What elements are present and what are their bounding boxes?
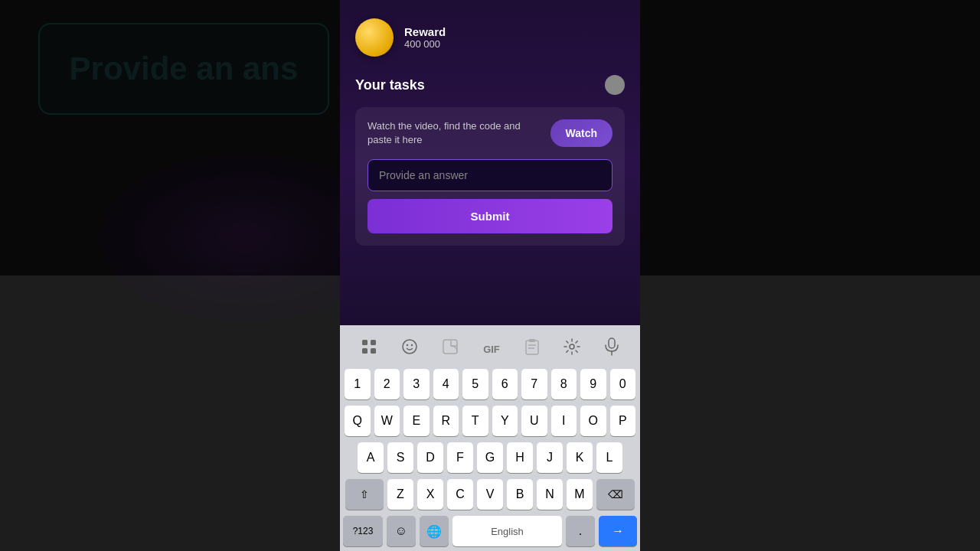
reward-info: Reward 400 000 [404, 25, 446, 50]
kb-sticker-button[interactable] [436, 335, 465, 362]
key-2[interactable]: 2 [374, 369, 400, 399]
keyboard-toolbar: GIF [343, 330, 637, 369]
task-row: Watch the video, find the code and paste… [368, 119, 612, 147]
grid-icon [361, 339, 377, 354]
period-key[interactable]: . [566, 516, 595, 546]
gif-label: GIF [483, 344, 500, 355]
globe-key[interactable]: 🌐 [420, 516, 449, 546]
key-e[interactable]: E [403, 406, 430, 436]
key-k[interactable]: K [567, 442, 593, 473]
kb-asdf-row: A S D F G H J K L [345, 442, 635, 473]
svg-rect-2 [362, 348, 368, 354]
shift-key[interactable]: ⇧ [345, 479, 384, 510]
key-t[interactable]: T [462, 406, 488, 436]
key-c[interactable]: C [447, 479, 473, 510]
enter-key[interactable]: → [599, 516, 637, 546]
kb-bottom-row: ?123 ☺ 🌐 English . → [343, 516, 637, 548]
center-panel: Reward 400 000 Your tasks Watch the vide… [340, 0, 640, 551]
key-a[interactable]: A [358, 442, 384, 473]
kb-qwerty-row: Q W E R T Y U I O P [345, 406, 635, 436]
key-i[interactable]: I [551, 406, 577, 436]
key-3[interactable]: 3 [403, 369, 430, 399]
key-d[interactable]: D [417, 442, 443, 473]
tasks-section: Your tasks Watch the video, find the cod… [340, 69, 640, 325]
key-6[interactable]: 6 [492, 369, 518, 399]
task-card: Watch the video, find the code and paste… [355, 107, 625, 246]
tasks-toggle-button[interactable] [605, 75, 625, 95]
svg-point-6 [410, 344, 412, 346]
tasks-title: Your tasks [355, 77, 425, 93]
key-q[interactable]: Q [345, 406, 371, 436]
key-m[interactable]: M [567, 479, 593, 510]
kb-grid-button[interactable] [355, 336, 383, 361]
key-1[interactable]: 1 [345, 369, 371, 399]
kb-settings-button[interactable] [557, 335, 586, 362]
key-v[interactable]: V [477, 479, 503, 510]
key-r[interactable]: R [433, 406, 459, 436]
key-j[interactable]: J [537, 442, 563, 473]
watch-button[interactable]: Watch [550, 119, 612, 147]
sticker-icon [442, 338, 459, 355]
reward-coin-icon [355, 18, 394, 57]
key-b[interactable]: B [507, 479, 533, 510]
emoji-icon [401, 338, 418, 355]
key-f[interactable]: F [447, 442, 473, 473]
delete-key[interactable]: ⌫ [596, 479, 635, 510]
spacebar-key[interactable]: English [452, 516, 562, 546]
keyboard-rows: 1 2 3 4 5 6 7 8 9 0 Q W E R T Y U I [343, 369, 637, 510]
svg-rect-8 [526, 341, 538, 354]
mic-icon [605, 337, 619, 356]
svg-rect-9 [529, 339, 535, 342]
answer-input[interactable] [368, 159, 612, 191]
key-4[interactable]: 4 [433, 369, 459, 399]
svg-point-12 [570, 344, 574, 349]
key-u[interactable]: U [521, 406, 547, 436]
language-label: English [491, 526, 524, 537]
key-p[interactable]: P [610, 406, 636, 436]
svg-point-4 [403, 340, 416, 354]
submit-button[interactable]: Submit [368, 199, 612, 233]
key-g[interactable]: G [477, 442, 503, 473]
key-5[interactable]: 5 [462, 369, 488, 399]
task-description: Watch the video, find the code and paste… [368, 119, 541, 147]
key-y[interactable]: Y [492, 406, 518, 436]
reward-amount: 400 000 [404, 38, 446, 50]
key-x[interactable]: X [417, 479, 443, 510]
key-h[interactable]: H [507, 442, 533, 473]
kb-gif-button[interactable]: GIF [477, 337, 506, 360]
kb-mic-button[interactable] [599, 334, 625, 363]
key-0[interactable]: 0 [610, 369, 636, 399]
tasks-header: Your tasks [355, 75, 625, 95]
svg-rect-13 [609, 338, 615, 348]
key-7[interactable]: 7 [521, 369, 547, 399]
svg-rect-1 [371, 340, 376, 345]
kb-clipboard-button[interactable] [518, 335, 546, 362]
clipboard-icon [524, 338, 540, 355]
kb-zxcv-row: ⇧ Z X C V B N M ⌫ [345, 479, 635, 510]
emoji-key[interactable]: ☺ [387, 516, 416, 546]
reward-label: Reward [404, 25, 446, 38]
key-s[interactable]: S [387, 442, 413, 473]
key-o[interactable]: O [580, 406, 606, 436]
key-8[interactable]: 8 [551, 369, 577, 399]
symbols-key[interactable]: ?123 [343, 516, 383, 546]
key-9[interactable]: 9 [580, 369, 606, 399]
svg-rect-3 [371, 348, 376, 354]
key-n[interactable]: N [537, 479, 563, 510]
key-w[interactable]: W [374, 406, 400, 436]
settings-icon [564, 338, 580, 355]
reward-section: Reward 400 000 [340, 0, 640, 69]
left-overlay [0, 0, 340, 551]
key-l[interactable]: L [596, 442, 622, 473]
kb-emoji-button[interactable] [395, 335, 424, 362]
right-overlay [640, 0, 980, 551]
svg-rect-0 [362, 340, 368, 345]
kb-number-row: 1 2 3 4 5 6 7 8 9 0 [345, 369, 635, 399]
svg-point-5 [406, 344, 407, 346]
key-z[interactable]: Z [387, 479, 413, 510]
keyboard: GIF [340, 325, 640, 551]
